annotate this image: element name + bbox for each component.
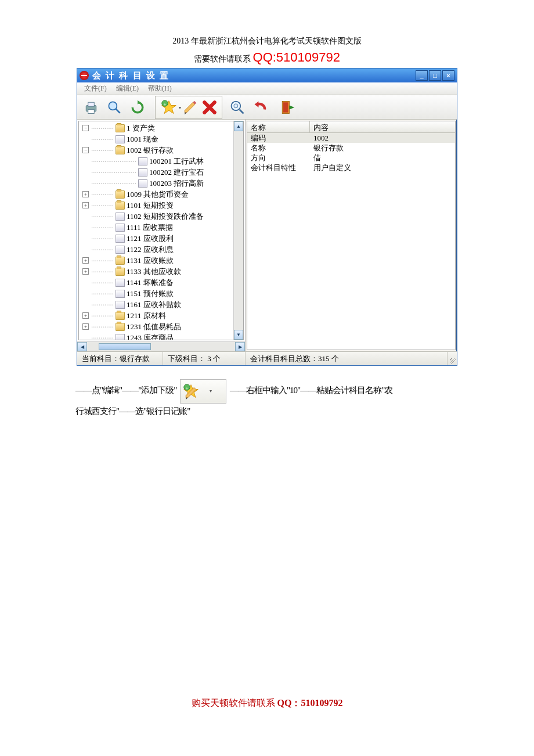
tree-label: 1211 原材料: [127, 310, 166, 321]
detail-row[interactable]: 编码1002: [247, 133, 455, 143]
print-button[interactable]: [81, 97, 102, 118]
tree-node[interactable]: ············1151 预付账款: [82, 288, 243, 299]
folder-icon: [116, 268, 125, 276]
maximize-button[interactable]: □: [429, 70, 441, 81]
tree-label: 1231 低值易耗品: [127, 321, 181, 332]
expand-icon[interactable]: +: [82, 312, 89, 319]
tree-node[interactable]: +············1133 其他应收款: [82, 266, 243, 277]
tree-node[interactable]: ············1102 短期投资跌价准备: [82, 211, 243, 222]
minimize-button[interactable]: _: [416, 70, 428, 81]
pencil-icon: [182, 99, 198, 116]
tree-node[interactable]: +············1211 原材料: [82, 310, 243, 321]
pencil-button[interactable]: [181, 97, 199, 118]
folder-icon: [116, 124, 125, 132]
scroll-left-icon[interactable]: ◀: [77, 342, 87, 351]
detail-row[interactable]: 方向借: [247, 153, 455, 163]
svg-line-13: [240, 109, 244, 113]
expand-icon[interactable]: +: [82, 323, 89, 330]
doc-subtitle-qq: QQ:510109792: [253, 50, 340, 64]
file-icon: [116, 224, 125, 232]
zoom-button[interactable]: [227, 97, 248, 118]
doc-subtitle: 需要软件请联系 QQ:510109792: [0, 50, 534, 65]
tree-node[interactable]: ············1001 现金: [82, 134, 243, 145]
tree-node[interactable]: ························100201 工行武林: [82, 156, 243, 167]
menu-help[interactable]: 帮助(H): [143, 82, 176, 95]
collapse-icon[interactable]: −: [82, 125, 89, 131]
collapse-icon[interactable]: −: [82, 147, 89, 153]
search-button[interactable]: [104, 97, 125, 118]
scroll-down-icon[interactable]: ▼: [234, 330, 243, 340]
refresh-icon: [129, 99, 146, 116]
tree-label: 1141 坏帐准备: [127, 277, 174, 288]
file-icon: [116, 235, 125, 243]
tree-node[interactable]: +············1131 应收账款: [82, 255, 243, 266]
file-icon: [138, 157, 147, 165]
tree-label: 1 资产类: [127, 123, 155, 134]
col-value[interactable]: 内容: [310, 121, 455, 132]
exit-button[interactable]: [277, 97, 298, 118]
tree-label: 1151 预付账款: [127, 288, 174, 299]
detail-row[interactable]: 名称银行存款: [247, 143, 455, 153]
vertical-scrollbar[interactable]: ▲ ▼: [233, 121, 243, 340]
detail-value: 1002: [310, 133, 455, 143]
scroll-thumb[interactable]: [99, 343, 151, 350]
detail-pane: 名称 内容 编码1002名称银行存款方向借会计科目特性用户自定义: [247, 121, 456, 350]
undo-icon: [252, 99, 269, 116]
tree-node[interactable]: ························100203 招行高新: [82, 178, 243, 189]
undo-button[interactable]: [250, 97, 271, 118]
refresh-button[interactable]: [127, 97, 148, 118]
expand-icon[interactable]: +: [82, 202, 89, 208]
svg-rect-1: [88, 102, 95, 106]
delete-button[interactable]: [201, 97, 218, 118]
svg-rect-2: [88, 109, 95, 113]
tree-node[interactable]: −············1002 银行存款: [82, 145, 243, 156]
star-add-button[interactable]: + ▾: [159, 97, 179, 118]
file-icon: [116, 213, 125, 221]
search-icon: [106, 99, 122, 116]
tree-node[interactable]: ············1122 应收利息: [82, 244, 243, 255]
tree-label: 1101 短期投资: [127, 200, 174, 211]
scroll-right-icon[interactable]: ▶: [235, 342, 245, 351]
tree-node[interactable]: ············1111 应收票据: [82, 222, 243, 233]
tree-node[interactable]: ························100202 建行宝石: [82, 167, 243, 178]
account-tree[interactable]: − ············ 1 资产类 ············1001 现金…: [79, 121, 243, 340]
menu-file[interactable]: 文件(F): [80, 82, 111, 95]
window-title: 会 计 科 目 设 置: [92, 70, 416, 81]
titlebar[interactable]: 会 计 科 目 设 置 _ □ ×: [77, 69, 457, 82]
statusbar: 当前科目：银行存款 下级科目： 3 个 会计科目科目总数：315 个: [77, 351, 457, 365]
detail-row[interactable]: 会计科目特性用户自定义: [247, 163, 455, 172]
close-button[interactable]: ×: [442, 70, 454, 81]
tree-node[interactable]: ············1121 应收股利: [82, 233, 243, 244]
tree-node[interactable]: ············1161 应收补贴款: [82, 299, 243, 310]
expand-icon[interactable]: +: [82, 191, 89, 197]
menu-edit[interactable]: 编辑(E): [111, 82, 143, 95]
tree-label: 1001 现金: [127, 134, 158, 145]
tree-node[interactable]: +············1101 短期投资: [82, 200, 243, 211]
scroll-up-icon[interactable]: ▲: [234, 121, 243, 131]
folder-icon: [116, 190, 125, 199]
svg-marker-23: [186, 398, 189, 400]
col-name[interactable]: 名称: [247, 121, 310, 132]
svg-marker-15: [255, 101, 259, 107]
star-add-icon: +: [161, 99, 177, 116]
tree-label: 1131 应收账款: [127, 255, 174, 266]
svg-marker-9: [185, 102, 195, 113]
expand-icon[interactable]: +: [82, 268, 89, 275]
tree-node[interactable]: +············1009 其他货币资金: [82, 189, 243, 200]
horizontal-scrollbar[interactable]: ◀ ▶: [77, 341, 245, 351]
toolbar: + ▾: [77, 95, 457, 120]
print-icon: [83, 99, 99, 116]
file-icon: [116, 290, 125, 298]
tree-label: 1161 应收补贴款: [127, 299, 181, 310]
expand-icon[interactable]: +: [82, 257, 89, 264]
page-footer: 购买天顿软件请联系 QQ：510109792: [0, 697, 534, 710]
app-window: 会 计 科 目 设 置 _ □ × 文件(F) 编辑(E) 帮助(H) + ▾: [77, 68, 457, 366]
tree-root[interactable]: − ············ 1 资产类: [82, 123, 243, 134]
tree-node[interactable]: ············1141 坏帐准备: [82, 277, 243, 288]
tree-node[interactable]: +············1231 低值易耗品: [82, 321, 243, 332]
resize-grip[interactable]: [448, 352, 457, 365]
tree-node[interactable]: ············1243 库存商品: [82, 332, 243, 340]
file-icon: [138, 168, 147, 177]
file-icon: [116, 279, 125, 287]
tree-label: 100202 建行宝石: [149, 167, 204, 178]
